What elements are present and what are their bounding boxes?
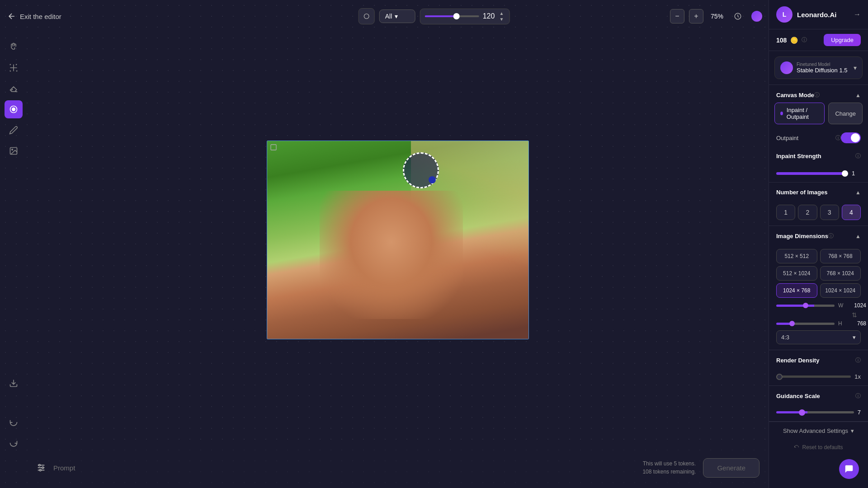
svg-point-0	[364, 14, 369, 19]
dimensions-section: 512 × 512 768 × 768 512 × 1024 768 × 102…	[769, 244, 868, 350]
brush-stepper: ▲ ▼	[498, 11, 505, 22]
reset-label: Reset to defaults	[802, 444, 843, 450]
zoom-out-button[interactable]: −	[670, 9, 684, 23]
dim-768x768[interactable]: 768 × 768	[820, 249, 861, 263]
tool-inpaint[interactable]	[5, 100, 23, 118]
inpaint-strength-header: Inpaint Strength ⓘ	[769, 146, 868, 164]
zoom-plus-icon: +	[694, 12, 698, 20]
render-density-title: Render Density	[776, 357, 819, 364]
zoom-in-button[interactable]: +	[689, 9, 703, 23]
num-images-section: 1 2 3 4	[769, 199, 868, 225]
svg-point-11	[42, 467, 44, 469]
upgrade-button[interactable]: Upgrade	[824, 34, 861, 46]
brush-type-select[interactable]: All ▾	[379, 9, 415, 23]
left-sidebar	[0, 33, 27, 488]
num-images-collapse-icon[interactable]: ▲	[855, 189, 861, 196]
height-slider[interactable]	[776, 323, 835, 325]
num-images-1[interactable]: 1	[776, 205, 795, 220]
generate-button[interactable]: Generate	[703, 458, 760, 478]
model-avatar	[780, 61, 793, 74]
token-info-icon[interactable]: ⓘ	[802, 36, 807, 44]
guidance-scale-info-icon[interactable]: ⓘ	[855, 392, 861, 400]
render-density-slider[interactable]	[776, 375, 851, 378]
brush-decrease-btn[interactable]: ▼	[498, 17, 505, 22]
guidance-section: 7	[769, 404, 868, 421]
tool-pen[interactable]	[5, 121, 23, 139]
dim-512x512[interactable]: 512 × 512	[776, 249, 817, 263]
bottom-bar: This will use 5 tokens. 108 tokens remai…	[27, 447, 769, 488]
prompt-input[interactable]	[53, 464, 635, 472]
token-info-line1: This will use 5 tokens.	[642, 460, 696, 468]
tool-hand[interactable]	[5, 38, 23, 56]
num-images-header: Number of Images ▲	[769, 183, 868, 199]
tool-redo[interactable]	[5, 434, 23, 452]
lock-aspect-icon[interactable]: ⇅	[852, 311, 857, 319]
svg-point-5	[12, 149, 13, 150]
canvas-mode-title: Canvas Mode	[776, 92, 814, 99]
brush-icon-btn[interactable]	[359, 8, 375, 24]
num-images-title: Number of Images	[776, 189, 827, 196]
reset-defaults-button[interactable]: Reset to defaults	[769, 440, 868, 455]
svg-rect-6	[271, 145, 276, 150]
history-button[interactable]	[731, 9, 745, 23]
tool-eraser[interactable]	[5, 80, 23, 98]
zoom-minus-icon: −	[675, 12, 679, 20]
image-dimensions-title: Image Dimensions	[776, 233, 828, 239]
h-label: H	[838, 320, 845, 327]
outpaint-info-icon[interactable]: ⓘ	[835, 134, 841, 142]
image-dimensions-collapse-icon[interactable]: ▲	[855, 233, 861, 239]
brush-slider-container: 120 ▲ ▼	[420, 9, 510, 24]
canvas-mode-info-icon[interactable]: ⓘ	[814, 91, 820, 99]
change-mode-button[interactable]: Change	[828, 103, 863, 124]
advanced-settings-button[interactable]: Show Advanced Settings ▾	[769, 422, 868, 440]
dim-1024x768[interactable]: 1024 × 768	[776, 283, 817, 298]
top-toolbar: Exit the editor All ▾ 120 ▲ ▼ − + 75%	[0, 0, 868, 33]
prompt-settings-button[interactable]	[36, 463, 46, 473]
canvas-mode-collapse-icon[interactable]: ▲	[855, 92, 861, 99]
render-density-info-icon[interactable]: ⓘ	[855, 357, 861, 364]
dim-grid: 512 × 512 768 × 768 512 × 1024 768 × 102…	[776, 249, 861, 298]
guidance-scale-value: 7	[858, 409, 861, 416]
inpaint-strength-info-icon[interactable]: ⓘ	[855, 152, 861, 160]
render-section: 1x	[769, 368, 868, 385]
tool-undo[interactable]	[5, 413, 23, 431]
width-value: 1024	[849, 302, 866, 309]
image-dimensions-info-icon[interactable]: ⓘ	[828, 232, 834, 240]
num-images-2[interactable]: 2	[798, 205, 817, 220]
inpaint-strength-value: 1	[852, 170, 861, 177]
exit-label: Exit the editor	[20, 13, 61, 20]
outpaint-toggle[interactable]	[841, 132, 861, 143]
tool-image-upload[interactable]	[5, 142, 23, 160]
num-images-buttons: 1 2 3 4	[776, 205, 861, 220]
exit-editor-button[interactable]: Exit the editor	[7, 12, 61, 21]
toolbar-right: − + 75%	[670, 9, 764, 23]
canvas-mode-header: Canvas Mode ⓘ ▲	[769, 85, 868, 103]
dim-1024x1024[interactable]: 1024 × 1024	[820, 283, 861, 298]
width-slider[interactable]	[776, 305, 835, 307]
brush-size-slider[interactable]	[425, 15, 479, 17]
canvas-image-container[interactable]	[267, 141, 529, 339]
num-images-3[interactable]: 3	[820, 205, 839, 220]
inpaint-strength-slider[interactable]	[776, 172, 848, 175]
token-info-line2: 108 tokens remaining.	[642, 468, 696, 476]
svg-point-12	[39, 469, 41, 471]
dim-512x1024[interactable]: 512 × 1024	[776, 266, 817, 281]
tool-transform[interactable]	[5, 59, 23, 77]
token-count: 108	[776, 37, 787, 44]
advanced-settings-arrow: ▾	[851, 427, 854, 434]
token-coin-icon: 🪙	[790, 37, 798, 44]
model-name: Stable Diffusion 1.5	[797, 67, 850, 74]
dim-768x1024[interactable]: 768 × 1024	[820, 266, 861, 281]
user-avatar-icon[interactable]	[750, 9, 764, 23]
brush-increase-btn[interactable]: ▲	[498, 11, 505, 16]
model-selector[interactable]: Finetuned Model Stable Diffusion 1.5 ▾	[774, 56, 863, 79]
chat-support-button[interactable]	[839, 459, 859, 479]
tool-download[interactable]	[5, 374, 23, 392]
aspect-ratio-select[interactable]: 4:3 ▾	[776, 330, 861, 344]
num-images-4[interactable]: 4	[842, 205, 861, 220]
guidance-scale-slider[interactable]	[776, 411, 854, 413]
advanced-settings-label: Show Advanced Settings	[783, 427, 848, 434]
brush-type-label: All	[385, 13, 392, 20]
portrait-image	[267, 141, 528, 339]
inpaint-outpaint-button[interactable]: Inpaint / Outpaint	[774, 103, 825, 124]
